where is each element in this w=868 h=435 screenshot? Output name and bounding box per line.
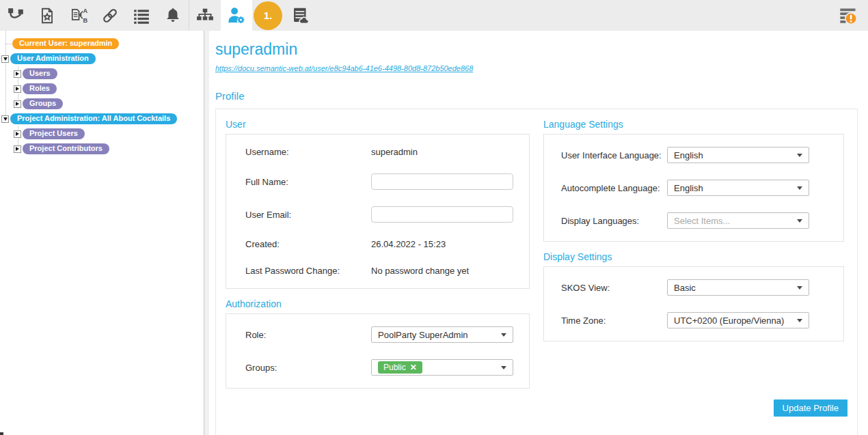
- tree-collapse-icon[interactable]: [1, 55, 9, 63]
- tree-expand-icon[interactable]: [14, 100, 21, 108]
- groups-pill[interactable]: Groups: [23, 98, 63, 109]
- ui-language-value: English: [674, 150, 703, 160]
- time-zone-row: Time Zone: UTC+0200 (Europe/Vienna): [561, 312, 833, 328]
- user-admin-icon[interactable]: [221, 0, 252, 31]
- project-administration-pill[interactable]: Project Administration: All About Cockta…: [10, 113, 177, 124]
- skos-view-label: SKOS View:: [561, 283, 667, 293]
- created-label: Created:: [245, 239, 371, 249]
- users-pill[interactable]: Users: [23, 68, 57, 79]
- server-cloud-icon[interactable]: [284, 0, 315, 31]
- autocomplete-language-row: Autocomplete Language: English: [561, 180, 833, 196]
- sidebar-item-users[interactable]: Users: [0, 66, 204, 81]
- ui-language-row: User Interface Language: English: [561, 147, 833, 163]
- curve-connector-icon[interactable]: [0, 0, 31, 31]
- chevron-down-icon: [501, 366, 506, 369]
- main-content: superadmin https://docu.semantic-web.at/…: [209, 31, 868, 435]
- time-zone-value: UTC+0200 (Europe/Vienna): [674, 315, 784, 326]
- tree-expand-icon[interactable]: [14, 70, 21, 78]
- created-value: 26.04.2022 - 15:23: [371, 239, 446, 249]
- user-uri-link[interactable]: https://docu.semantic-web.at/user/e8c94a…: [215, 64, 473, 72]
- tree-expand-icon[interactable]: [14, 130, 21, 138]
- language-settings-section: Language Settings User Interface Languag…: [543, 119, 844, 242]
- document-star-icon[interactable]: [31, 0, 63, 31]
- profile-heading: Profile: [215, 90, 858, 102]
- sitemap-icon[interactable]: [189, 0, 221, 31]
- system-messages-icon[interactable]: [832, 0, 864, 31]
- svg-text:A: A: [83, 8, 88, 14]
- sidebar-item-project-users[interactable]: Project Users: [0, 126, 204, 141]
- sidebar-item-groups[interactable]: Groups: [0, 96, 204, 111]
- current-user-pill[interactable]: Current User: superadmin: [12, 38, 119, 49]
- email-input[interactable]: [371, 206, 513, 223]
- sidebar-scroll-gutter[interactable]: [204, 31, 209, 435]
- groups-select[interactable]: Public ✕: [371, 359, 513, 376]
- step-1-badge-circle[interactable]: 1.: [254, 1, 282, 30]
- groups-row: Groups: Public ✕: [245, 359, 519, 376]
- chevron-down-icon: [797, 286, 802, 290]
- ui-language-select[interactable]: English: [667, 147, 809, 163]
- last-password-label: Last Password Change:: [245, 266, 371, 276]
- ui-language-label: User Interface Language:: [561, 150, 667, 160]
- sidebar-item-current-user[interactable]: Current User: superadmin: [0, 36, 204, 51]
- fullname-row: Full Name:: [245, 173, 519, 190]
- display-languages-placeholder: Select Items...: [674, 216, 730, 226]
- language-settings-heading: Language Settings: [543, 119, 844, 130]
- tree-expand-icon[interactable]: [14, 85, 21, 93]
- autocomplete-language-select[interactable]: English: [667, 180, 809, 196]
- authorization-section: Authorization Role: PoolParty SuperAdmin: [226, 298, 530, 389]
- skos-view-select[interactable]: Basic: [667, 279, 809, 296]
- project-contributors-pill[interactable]: Project Contributors: [23, 143, 109, 154]
- last-password-value: No password change yet: [371, 266, 469, 276]
- sidebar-item-roles[interactable]: Roles: [0, 81, 204, 96]
- created-row: Created: 26.04.2022 - 15:23: [245, 239, 519, 249]
- username-row: Username: superadmin: [245, 147, 519, 157]
- group-tag-public: Public ✕: [378, 361, 422, 374]
- top-toolbar: A B: [0, 0, 868, 31]
- fullname-label: Full Name:: [245, 177, 371, 187]
- skos-view-row: SKOS View: Basic: [561, 279, 833, 296]
- role-select[interactable]: PoolParty SuperAdmin: [371, 326, 513, 343]
- display-settings-heading: Display Settings: [543, 251, 844, 262]
- chevron-down-icon: [501, 333, 506, 337]
- tree-expand-icon[interactable]: [14, 145, 21, 153]
- user-administration-pill[interactable]: User Administration: [10, 53, 96, 64]
- remove-tag-icon[interactable]: ✕: [410, 363, 417, 371]
- autocomplete-language-value: English: [674, 183, 703, 193]
- role-row: Role: PoolParty SuperAdmin: [245, 326, 519, 343]
- chevron-down-icon: [797, 219, 802, 223]
- authorization-section-heading: Authorization: [226, 298, 530, 309]
- navigation-tree: Current User: superadmin User Administra…: [0, 31, 204, 435]
- sidebar-item-project-administration[interactable]: Project Administration: All About Cockta…: [0, 111, 204, 126]
- app-body: Current User: superadmin User Administra…: [0, 31, 868, 435]
- display-languages-select[interactable]: Select Items...: [667, 212, 809, 229]
- user-section: User Username: superadmin Full Name:: [226, 119, 530, 289]
- display-languages-label: Display Languages:: [561, 216, 667, 226]
- user-section-heading: User: [226, 119, 530, 130]
- chevron-down-icon: [797, 186, 802, 190]
- notifications-bell-icon[interactable]: [157, 0, 189, 31]
- profile-panel: User Username: superadmin Full Name:: [215, 109, 858, 435]
- email-row: User Email:: [245, 206, 519, 223]
- username-label: Username:: [245, 147, 371, 157]
- fullname-input[interactable]: [371, 173, 513, 190]
- autocomplete-language-label: Autocomplete Language:: [561, 183, 667, 193]
- tree-collapse-icon[interactable]: [1, 115, 9, 123]
- page-title: superadmin: [215, 40, 858, 59]
- update-profile-button[interactable]: Update Profile: [774, 399, 847, 417]
- role-label: Role:: [245, 330, 371, 340]
- sidebar-item-project-contributors[interactable]: Project Contributors: [0, 141, 204, 156]
- display-settings-section: Display Settings SKOS View: Basic Time: [543, 251, 844, 341]
- time-zone-label: Time Zone:: [561, 315, 667, 326]
- time-zone-select[interactable]: UTC+0200 (Europe/Vienna): [667, 312, 809, 328]
- skos-view-value: Basic: [674, 283, 696, 293]
- link-icon[interactable]: [94, 0, 126, 31]
- sidebar-item-user-administration[interactable]: User Administration: [0, 51, 204, 66]
- document-ab-icon[interactable]: A B: [63, 0, 94, 31]
- chevron-down-icon: [797, 154, 802, 157]
- list-icon[interactable]: [126, 0, 157, 31]
- display-languages-row: Display Languages: Select Items...: [561, 212, 833, 229]
- step-1-badge[interactable]: 1.: [252, 0, 284, 31]
- project-users-pill[interactable]: Project Users: [23, 128, 85, 139]
- roles-pill[interactable]: Roles: [23, 83, 57, 94]
- username-value: superadmin: [371, 147, 418, 157]
